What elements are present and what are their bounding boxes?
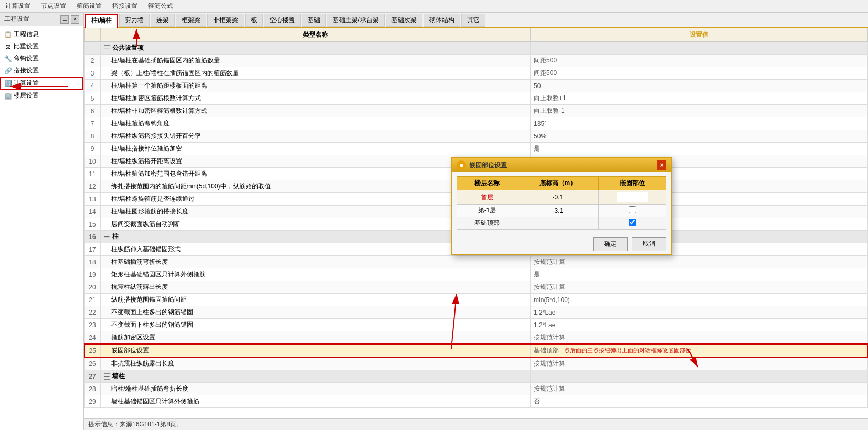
sidebar-item-hook[interactable]: 🔧 弯钩设置 [0,52,83,64]
row-num-26: 26 [84,357,100,370]
table-row: 19矩形柱基础锚固区只计算外侧箍筋是 [84,268,867,281]
sidebar-item-splice[interactable]: 🔗 搭接设置 [0,64,83,77]
tab-frame-beam[interactable]: 框架梁 [176,14,206,27]
menu-item-formula[interactable]: 箍筋公式 [145,1,176,12]
sidebar-close-button[interactable]: × [71,15,79,24]
sidebar-item-calc[interactable]: 🔢 计算设置 [0,77,83,90]
section-collapse-icon[interactable]: — [104,234,110,240]
dialog-content: 楼层名称 底标高（m） 嵌固部位 首层 -0.1 第-1层 [452,172,671,234]
table-row: 9柱/墙柱搭接部位箍筋加密是 [84,143,867,155]
calc-icon: 🔢 [4,80,12,87]
dialog-col-height: 底标高（m） [517,177,598,190]
row-num-6: 6 [84,105,100,117]
sidebar-title: 工程设置 [4,15,29,24]
tab-foundation[interactable]: 基础 [302,14,326,27]
sidebar-item-floor[interactable]: 🏢 楼层设置 [0,90,83,102]
section-collapse-icon[interactable]: — [104,373,110,380]
row-value-5: 向上取整+1 [531,92,867,105]
row-value-19: 是 [531,268,867,281]
density-icon: ⚖ [4,43,12,50]
table-row: 21纵筋搭接范围锚固箍筋间距min(5*d,100) [84,294,867,306]
row-note-25: 点后面的三点按钮弹出上面的对话框修改嵌固部位 [564,347,691,353]
row-num-14: 14 [84,206,100,218]
table-row: 2柱/墙柱在基础插筋锚固区内的箍筋数量间距500 [84,55,867,67]
col-header-name: 类型名称 [100,28,531,42]
tab-main-beam[interactable]: 基础主梁/承台梁 [327,14,384,27]
row-value-7: 135° [531,117,867,130]
row-name-18: 柱基础插筋弯折长度 [100,256,531,268]
table-row: 26非抗震柱纵筋露出长度按规范计算 [84,357,867,370]
row-name-23: 不变截面下柱多出的钢筋锚固 [100,319,531,331]
row-name-20: 抗震柱纵筋露出长度 [100,281,531,294]
section-collapse-icon[interactable]: — [104,45,110,51]
table-row: 28暗柱/端柱基础插筋弯折长度按规范计算 [84,383,867,395]
row-value-27 [531,370,867,383]
menu-item-splice[interactable]: 搭接设置 [109,1,141,12]
splice-icon: 🔗 [4,67,12,74]
sidebar-items: 📋 工程信息 ⚖ 比重设置 🔧 弯钩设置 🔗 搭接设置 🔢 计算设置 [0,26,83,104]
table-row: 23不变截面下柱多出的钢筋锚固1.2*Lae [84,319,867,331]
row-num-8: 8 [84,130,100,143]
dialog-confirm-button[interactable]: 确定 [593,237,628,251]
dialog-row-foundation-top: 基础顶部 [457,217,666,230]
row-value-23: 1.2*Lae [531,319,867,331]
row-name-8: 柱/墙柱纵筋搭接接头错开百分率 [100,130,531,143]
row-name-24: 箍筋加密区设置 [100,331,531,345]
menu-item-stirrup[interactable]: 箍筋设置 [73,1,105,12]
tab-other[interactable]: 其它 [461,14,485,27]
dialog-checkbox-3[interactable] [629,219,636,226]
row-value-28: 按规范计算 [531,383,867,395]
sidebar-item-project-info[interactable]: 📋 工程信息 [0,28,83,40]
menu-item-node[interactable]: 节点设置 [38,1,69,12]
sidebar-item-label-splice: 搭接设置 [14,66,39,75]
row-num-5: 5 [84,92,100,105]
dialog-close-button[interactable]: × [657,160,666,170]
sidebar-item-density[interactable]: ⚖ 比重设置 [0,40,83,52]
row-name-7: 柱/墙柱箍筋弯钩角度 [100,117,531,130]
row-value-26: 按规范计算 [531,357,867,370]
row-num-23: 23 [84,319,100,331]
tab-column[interactable]: 柱/墙柱 [85,14,118,28]
table-row: 3梁（板）上柱/墙柱在插筋锚固区内的箍筋数量间距500 [84,67,867,80]
tab-non-frame-beam[interactable]: 非框架梁 [207,14,244,27]
sidebar-pin-button[interactable]: ⊥ [60,15,69,24]
menu-item-calc[interactable]: 计算设置 [2,1,34,12]
row-num-1 [84,42,100,55]
dialog-cell-height-3 [517,217,598,230]
dialog-cancel-button[interactable]: 取消 [632,237,666,251]
hook-icon: 🔧 [4,55,12,62]
dialog-cell-layer-1: 首层 [457,190,517,205]
row-name-5: 柱/墙柱加密区箍筋根数计算方式 [100,92,531,105]
content-area: 工程设置 ⊥ × 📋 工程信息 ⚖ 比重设置 🔧 弯钩设置 [0,13,868,430]
row-name-3: 梁（板）上柱/墙柱在插筋锚固区内的箍筋数量 [100,67,531,80]
row-num-19: 19 [84,268,100,281]
tab-coupling-beam[interactable]: 连梁 [151,14,175,27]
tab-slab[interactable]: 板 [245,14,263,27]
dialog-cell-embed-3[interactable] [598,217,666,230]
dialog-cell-embed-1[interactable] [598,190,666,205]
dialog-cell-height-2: -3.1 [517,205,598,217]
row-name-19: 矩形柱基础锚固区只计算外侧箍筋 [100,268,531,281]
row-num-4: 4 [84,80,100,92]
tab-hollow-slab[interactable]: 空心楼盖 [264,14,301,27]
dialog-embed-input-1[interactable] [617,192,648,202]
table-row: 7柱/墙柱箍筋弯钩角度135° [84,117,867,130]
dialog-titlebar: ⊕ 嵌固部位设置 × [452,158,671,172]
table-row[interactable]: 25嵌固部位设置基础顶部 点后面的三点按钮弹出上面的对话框修改嵌固部位 [84,344,867,357]
row-name-4: 柱/墙柱第一个箍筋距楼板面的距离 [100,80,531,92]
tab-shear-wall[interactable]: 剪力墙 [119,14,150,27]
dialog-col-layer: 楼层名称 [457,177,517,190]
tab-masonry[interactable]: 砌体结构 [424,14,460,27]
row-num-28: 28 [84,383,100,395]
row-value-25: 基础顶部 点后面的三点按钮弹出上面的对话框修改嵌固部位 [531,344,867,357]
row-num-2: 2 [84,55,100,67]
sidebar-item-label-hook: 弯钩设置 [14,54,39,63]
tab-secondary-beam[interactable]: 基础次梁 [386,14,422,27]
sidebar-controls: ⊥ × [60,15,79,24]
dialog-row-minus1-floor: 第-1层 -3.1 [457,205,666,217]
row-num-24: 24 [84,331,100,345]
dialog-cell-embed-2[interactable] [598,205,666,217]
embed-position-dialog[interactable]: ⊕ 嵌固部位设置 × 楼层名称 底标高（m） 嵌固部位 首层 -0.1 [451,157,672,255]
dialog-checkbox-2[interactable] [629,206,636,213]
row-num-12: 12 [84,180,100,193]
